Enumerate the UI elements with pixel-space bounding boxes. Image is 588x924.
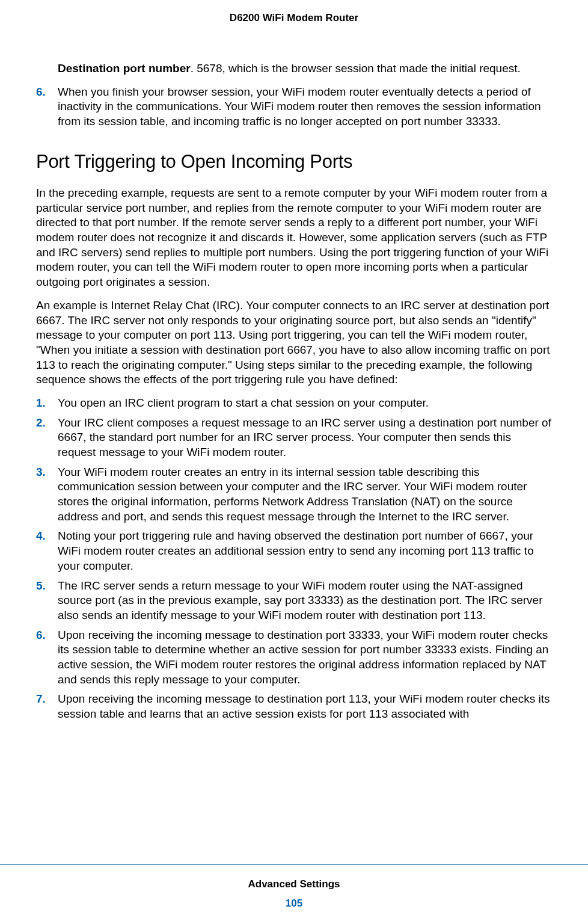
page-footer: Advanced Settings 105: [0, 864, 588, 910]
dest-port-label: Destination port number: [58, 62, 191, 75]
list-number: 4.: [36, 529, 58, 573]
paragraph-2: An example is Internet Relay Chat (IRC).…: [36, 298, 552, 387]
list-number: 6.: [36, 85, 58, 129]
document-page: D6200 WiFi Modem Router Destination port…: [0, 0, 588, 924]
page-content: Destination port number. 5678, which is …: [36, 61, 552, 722]
list-item-3: 3. Your WiFi modem router creates an ent…: [36, 465, 552, 525]
list-number: 2.: [36, 416, 58, 460]
list-item-6: 6. Upon receiving the incoming message t…: [36, 628, 552, 688]
list-item-5: 5. The IRC server sends a return message…: [36, 579, 552, 623]
list-number: 1.: [36, 396, 58, 411]
paragraph-1: In the preceding example, requests are s…: [36, 186, 552, 290]
list-item-1: 1. You open an IRC client program to sta…: [36, 396, 552, 411]
list-text: When you finish your browser session, yo…: [58, 85, 552, 129]
list-item-4: 4. Noting your port triggering rule and …: [36, 529, 552, 573]
list-text: Your WiFi modem router creates an entry …: [58, 465, 552, 525]
footer-page-number: 105: [0, 898, 588, 910]
list-text: Upon receiving the incoming message to d…: [58, 628, 552, 688]
list-text: Upon receiving the incoming message to d…: [58, 692, 552, 721]
list-number: 7.: [36, 692, 58, 721]
dest-port-paragraph: Destination port number. 5678, which is …: [58, 61, 552, 76]
list-text: The IRC server sends a return message to…: [58, 579, 552, 623]
list-text: Noting your port triggering rule and hav…: [58, 529, 552, 573]
section-heading: Port Triggering to Open Incoming Ports: [36, 150, 552, 174]
dest-port-text: . 5678, which is the browser session tha…: [191, 62, 521, 75]
page-header: D6200 WiFi Modem Router: [36, 12, 552, 24]
list-number: 5.: [36, 579, 58, 623]
list-item-7: 7. Upon receiving the incoming message t…: [36, 692, 552, 721]
list-text: Your IRC client composes a request messa…: [58, 416, 552, 460]
list-text: You open an IRC client program to start …: [58, 396, 552, 411]
footer-section-label: Advanced Settings: [0, 878, 588, 890]
top-list-item-6: 6. When you finish your browser session,…: [36, 85, 552, 129]
list-number: 6.: [36, 628, 58, 688]
list-number: 3.: [36, 465, 58, 525]
list-item-2: 2. Your IRC client composes a request me…: [36, 416, 552, 460]
